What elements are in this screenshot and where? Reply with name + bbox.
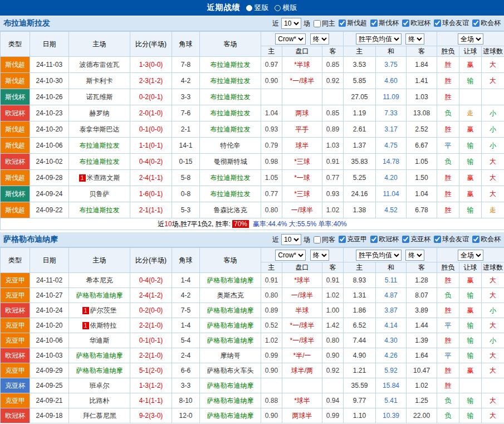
summary-row: 近10场,胜7平1负2, 胜率:70%赢率:44.4% 大:55.5% 单率:4… [1,218,504,230]
away-team-cell: 萨格勒布迪纳摩 [200,318,261,333]
result-handicap-cell: 赢 [459,57,482,73]
league-filter-checkbox[interactable]: 斯伐超 [339,18,367,28]
scope-select[interactable]: 全场 [458,33,483,45]
match-type-badge: 克亚甲 [1,333,30,348]
league-filter-checkbox[interactable]: 球会友谊 [434,235,469,244]
league-checkbox-input[interactable] [402,236,409,243]
league-checkbox-input[interactable] [370,20,378,27]
avg-home-cell: 1.37 [344,138,376,154]
focus-team-name: 萨格勒布迪纳摩 [207,337,254,344]
odds-company-select[interactable]: Crow* [275,33,306,45]
league-checkbox-input[interactable] [434,236,441,243]
match-count-select[interactable]: 10 [281,18,301,29]
score-cell: 2-4(1-2) [130,288,172,303]
column-header-type: 类型 [1,248,30,273]
home-team-cell: 萨格勒布迪纳摩 [69,288,130,303]
league-filter-checkbox[interactable]: 欧冠杯 [370,235,399,244]
avg-type-select[interactable]: 胜平负均值 [356,33,402,45]
odds-company-select[interactable]: Crow* [275,250,306,261]
same-venue-checkbox[interactable]: 同客 [314,235,335,245]
league-checkbox-input[interactable] [472,236,479,243]
league-checkbox-input[interactable] [339,236,346,243]
odds-away-cell: 0.91 [322,273,344,288]
focus-team-name: 布拉迪斯拉发 [211,77,251,85]
result-handicap-cell: 走 [459,105,482,121]
scope-select[interactable]: 全场 [458,250,483,261]
match-count-select[interactable]: 10 [281,234,301,245]
match-date: 24-09-28 [30,170,69,186]
result-goals-cell: 小 [482,105,504,121]
league-checkbox-label: 斯伐超 [347,18,367,28]
subcol-avg-away: 客 [407,262,437,273]
avg-away-cell: 1.44 [407,318,437,333]
subcol-odds-away: 客 [322,46,344,57]
odds-away-cell: 0.99 [322,408,344,423]
result-handicap-cell [459,378,482,393]
avg-final-select[interactable]: 终 [405,33,424,45]
subcol-handicap: 盘口 [282,262,322,273]
home-team-cell: 布拉迪斯拉发 [69,154,130,170]
avg-draw-cell: 10.39 [376,408,407,423]
avg-away-cell: 2.52 [407,121,437,138]
avg-final-select[interactable]: 终 [405,250,424,261]
league-checkbox-label: 球会友谊 [442,235,469,244]
subcol-handicap-result: 让球 [459,262,482,273]
score-cell: 2-2(1-0) [130,318,172,333]
match-row: 克亚甲24-11-02希本尼克0-4(0-2)1-4萨格勒布迪纳摩0.91*球半… [1,273,504,288]
result-goals-cell: 小 [482,303,504,318]
odds-group-header: Crow* 终 [261,248,344,262]
same-venue-checkbox[interactable]: 同主 [314,19,335,28]
result-goals-cell: 大 [482,408,504,423]
layout-radio-vertical[interactable]: 竖版 [246,3,269,13]
handicap-cell: *球半 [282,273,322,288]
league-checkbox-input[interactable] [472,20,479,27]
odds-away-cell: 0.93 [322,186,344,202]
odds-away-cell [322,378,344,393]
league-filter-checkbox[interactable]: 欧冠杯 [402,18,430,28]
league-checkbox-input[interactable] [402,20,409,27]
league-filter-checkbox[interactable]: 球会友谊 [434,18,469,28]
home-team-cell: 班卓尔 [69,378,130,393]
odds-final-select[interactable]: 终 [310,33,329,45]
avg-type-select[interactable]: 胜平负均值 [356,250,402,261]
match-type-badge: 斯伐杯 [1,89,30,105]
odds-home-cell: 0.93 [261,121,282,138]
odds-away-cell: 1.00 [322,303,344,318]
avg-home-cell: 5.25 [344,170,376,186]
match-type-badge: 欧冠杯 [1,105,30,121]
league-checkbox-input[interactable] [434,20,441,27]
team-section-1: 布拉迪斯拉发 近 10 场 同主 斯伐超斯伐杯欧冠杯球会友谊欧会杯 类型 日期 … [0,16,504,230]
match-row: 斯伐杯24-09-24贝鲁萨1-6(0-1)0-8布拉迪斯拉发0.77*三球0.… [1,186,504,202]
score-cell: 1-3(1-2) [130,378,172,393]
home-team-cell: 拜仁慕尼黑 [69,408,130,423]
match-date: 24-10-06 [30,138,69,154]
home-team-cell: 希本尼克 [69,273,130,288]
result-goals-cell [482,89,504,105]
odds-home-cell: 0.90 [261,73,282,89]
red-card-badge: 1 [79,174,86,182]
match-type-badge: 斯伐超 [1,170,30,186]
team-name: 波德布雷佐瓦 [80,61,120,69]
result-handicap-cell: 输 [459,393,482,408]
handicap-cell: *三球 [282,154,322,170]
match-type-badge: 克亚甲 [1,273,30,288]
layout-radio-horizontal[interactable]: 横版 [275,3,297,13]
league-checkbox-input[interactable] [339,20,346,27]
league-filter-checkbox[interactable]: 克亚甲 [339,235,367,244]
handicap-cell [282,89,322,105]
team-name: 赫罗纳 [90,109,110,117]
matches-tbody: 斯伐超24-11-03波德布雷佐瓦1-3(0-0)7-8布拉迪斯拉发0.97*半… [1,57,504,218]
league-filter-checkbox[interactable]: 克亚杯 [402,235,430,244]
odds-final-select[interactable]: 终 [310,250,329,261]
result-outcome-cell: 负 [437,154,459,170]
result-handicap-cell: 输 [459,408,482,423]
match-type-badge: 斯伐超 [1,121,30,138]
match-date: 24-10-02 [30,154,69,170]
league-filter-checkbox[interactable]: 斯伐杯 [370,18,399,28]
league-checkbox-input[interactable] [370,236,378,243]
league-filter-checkbox[interactable]: 欧会杯 [472,235,501,244]
league-filter-checkbox[interactable]: 欧会杯 [472,18,501,28]
result-goals-cell: 大 [482,170,504,186]
corners-cell: 0-15 [172,154,200,170]
result-outcome-cell: 胜 [437,170,459,186]
